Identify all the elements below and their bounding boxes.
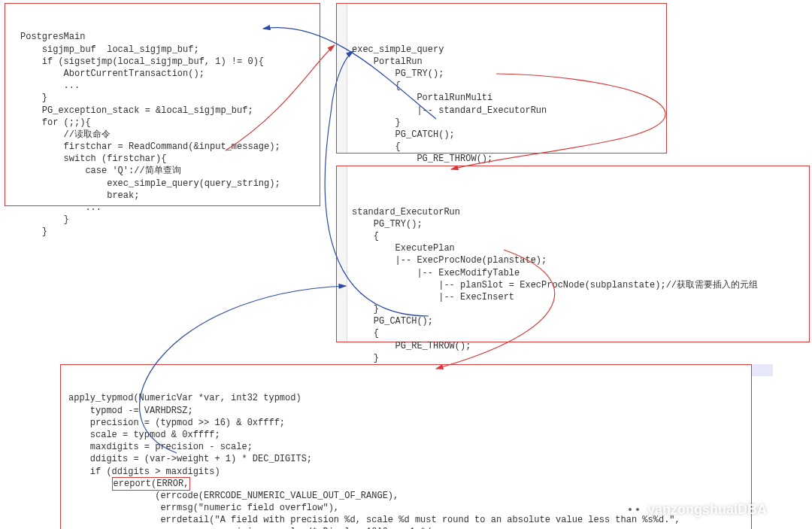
line: PG_TRY(); — [352, 219, 423, 230]
line: PostgresMain — [20, 32, 85, 42]
code-standard-executorrun: standard_ExecutorRun PG_TRY(); { Execute… — [341, 206, 804, 377]
line: PG_TRY(); — [352, 68, 444, 79]
line: ExecutePlan — [352, 243, 455, 254]
line: PG_RE_THROW(); — [352, 154, 492, 164]
line: { — [352, 231, 379, 242]
line: precision = (typmod >> 16) & 0xffff; — [68, 418, 285, 428]
line: |-- ExecProcNode(planstate); — [352, 255, 547, 266]
line: //读取命令 — [20, 129, 111, 140]
line: standard_ExecutorRun — [352, 207, 460, 217]
line: break; — [20, 190, 139, 201]
watermark-icon — [632, 503, 646, 517]
code-postgresmain: PostgresMain sigjmp_buf local_sigjmp_buf… — [10, 31, 315, 238]
box-exec-simple-query: exec_simple_query PortalRun PG_TRY(); { … — [336, 3, 667, 154]
line: firstchar = ReadCommand(&input_message); — [20, 141, 280, 152]
line: (errcode(ERRCODE_NUMERIC_VALUE_OUT_OF_RA… — [68, 491, 398, 501]
line: |-- planSlot = ExecProcNode(subplanstate… — [352, 280, 758, 290]
line: PortalRunMulti — [352, 93, 492, 103]
line: if (ddigits > maxdigits) — [68, 467, 220, 477]
line: PG_CATCH(); — [352, 316, 433, 327]
line: { — [352, 328, 379, 339]
line: if (sigsetjmp(local_sigjmp_buf, 1) != 0)… — [20, 56, 264, 67]
line: exec_simple_query — [352, 44, 444, 55]
line: |-- ExecInsert — [352, 292, 514, 303]
watermark-text: yanzongshuaiDBA — [647, 502, 767, 518]
line: PortalRun — [352, 56, 423, 67]
line: scale = typmod & 0xffff; — [68, 430, 220, 440]
line: { — [352, 141, 401, 152]
line: typmod -= VARHDRSZ; — [68, 406, 193, 416]
watermark: yanzongshuaiDBA — [625, 502, 767, 518]
line: case 'Q'://简单查询 — [20, 166, 181, 176]
ereport-highlight: ereport(ERROR, — [112, 477, 191, 491]
box-postgresmain: PostgresMain sigjmp_buf local_sigjmp_buf… — [5, 3, 320, 206]
line: } — [352, 117, 401, 128]
line: } — [352, 304, 379, 315]
line: PG_CATCH(); — [352, 129, 455, 140]
line: PG_RE_THROW(); — [352, 341, 471, 351]
line-ereport: ereport(ERROR, — [68, 479, 190, 489]
line: exec_simple_query(query_string); — [20, 178, 280, 189]
line: sigjmp_buf local_sigjmp_buf; — [20, 44, 199, 55]
line: } — [352, 353, 379, 363]
line: errdetail("A field with precision %d, sc… — [68, 515, 680, 525]
line: errmsg("numeric field overflow"), — [68, 503, 339, 513]
line: |-- ExecModifyTable — [352, 268, 520, 278]
line: } — [20, 93, 47, 103]
line: ... — [20, 81, 80, 91]
line: apply_typmod(NumericVar *var, int32 typm… — [68, 393, 301, 403]
line: AbortCurrentTransaction(); — [20, 68, 205, 79]
line: ... — [20, 202, 102, 213]
box-standard-executorrun: standard_ExecutorRun PG_TRY(); { Execute… — [336, 166, 810, 342]
line: switch (firstchar){ — [20, 154, 166, 164]
line: { — [352, 81, 401, 91]
line: } — [20, 214, 69, 225]
line: ddigits = (var->weight + 1) * DEC_DIGITS… — [68, 454, 312, 464]
line: maxdigits = precision - scale; — [68, 442, 253, 452]
line: } — [20, 226, 47, 237]
line: PG_exception_stack = &local_sigjmp_buf; — [20, 105, 253, 116]
line: for (;;){ — [20, 117, 91, 128]
line: |-- standard_ExecutorRun — [352, 105, 547, 116]
